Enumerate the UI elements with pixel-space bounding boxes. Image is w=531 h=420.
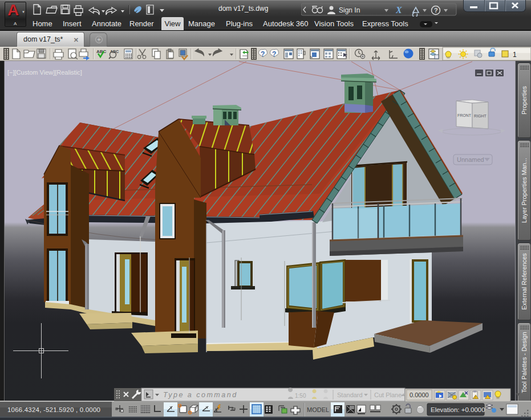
svg-text:1:50: 1:50: [295, 393, 306, 399]
svg-text:Elevation: +0.0000: Elevation: +0.0000: [431, 406, 485, 413]
svg-text:Sign In: Sign In: [339, 6, 360, 14]
svg-text:Cut Plane: Cut Plane: [374, 392, 402, 398]
svg-text:1: 1: [513, 51, 517, 59]
svg-text:?: ?: [261, 50, 265, 58]
svg-text:RIGHT: RIGHT: [474, 114, 487, 118]
svg-text:[−][Custom View][Realistic]: [−][Custom View][Realistic]: [7, 69, 82, 76]
svg-text:ABC: ABC: [96, 49, 107, 54]
svg-text:X: X: [395, 5, 402, 15]
svg-text:MODEL: MODEL: [307, 406, 329, 413]
svg-text:Standard: Standard: [337, 392, 363, 398]
svg-text:Type a command: Type a command: [163, 391, 238, 399]
svg-text:FRONT: FRONT: [457, 113, 472, 117]
svg-text:1066.4324, -521.5920 , 0.0000: 1066.4324, -521.5920 , 0.0000: [7, 406, 100, 413]
svg-text:?: ?: [272, 50, 276, 58]
svg-text:0.0000: 0.0000: [410, 392, 429, 398]
svg-text:?: ?: [434, 7, 438, 14]
svg-text:Unnamed: Unnamed: [457, 156, 484, 163]
